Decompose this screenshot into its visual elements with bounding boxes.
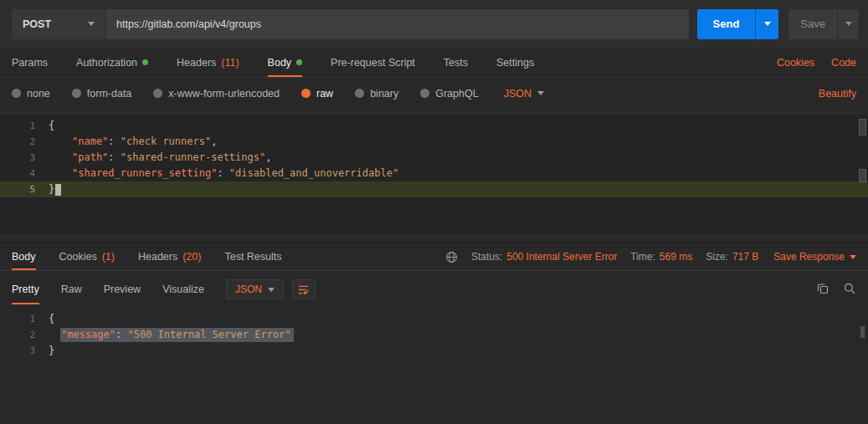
radio-icon [72,89,81,98]
text-cursor [55,184,61,196]
tab-headers[interactable]: Headers(11) [177,48,239,77]
send-button[interactable]: Send [697,9,756,39]
time-value: 569 ms [660,251,692,263]
view-tab-raw[interactable]: Raw [61,274,82,304]
response-tab-cookies[interactable]: Cookies(1) [59,243,115,270]
line-number: 2 [0,134,49,150]
wrap-lines-icon [297,284,310,296]
chevron-down-icon [850,255,856,259]
editor-scrollbar[interactable] [859,117,866,232]
save-button-group: Save [788,9,859,39]
radio-raw[interactable]: raw [301,88,333,100]
chevron-down-icon [845,22,852,26]
code-line: 3 "path": "shared-runner-settings", [0,150,868,166]
url-input[interactable]: https://gitlab.com/api/v4/groups [106,9,689,39]
status-label: Status: [471,251,502,263]
radio-binary[interactable]: binary [355,88,398,100]
line-number: 1 [0,118,49,134]
beautify-link[interactable]: Beautify [819,88,856,100]
save-options-button[interactable] [837,9,859,39]
view-tab-pretty[interactable]: Pretty [12,274,39,304]
tab-authorization[interactable]: Authorization [76,48,148,77]
radio-graphql[interactable]: GraphQL [420,88,478,100]
tab-body[interactable]: Body [268,48,303,77]
size-group: Size: 717 B [706,251,758,263]
radio-icon [355,89,364,98]
green-dot-icon [142,59,148,65]
response-tab-test-results[interactable]: Test Results [224,243,281,270]
send-button-group: Send [697,9,779,39]
method-label: POST [23,18,51,30]
chevron-down-icon [268,288,275,292]
line-number: 1 [0,311,49,327]
line-number: 4 [0,166,49,181]
code-text: "path": "shared-runner-settings", [49,150,271,166]
code-text: { [49,118,54,134]
chevron-down-icon [88,22,95,26]
request-body-editor[interactable]: 1 { 2 "name": "check runners", 3 "path":… [0,113,868,236]
radio-x-www-form-urlencoded[interactable]: x-www-form-urlencoded [153,88,280,100]
response-section: Body Cookies(1) Headers(20) Test Results… [0,243,868,359]
view-tab-preview[interactable]: Preview [104,274,141,304]
code-text: { [49,311,54,327]
wrap-lines-button[interactable] [292,279,316,299]
scrollbar-mark [860,326,865,338]
headers-count-badge: (20) [182,251,201,263]
response-toolbar: Pretty Raw Preview Visualize JSON [0,274,868,304]
response-actions [816,282,856,298]
send-options-button[interactable] [755,9,778,39]
size-value: 717 B [732,251,758,263]
scrollbar-thumb[interactable] [859,119,866,135]
status-badge: 500 Internal Server Error [506,251,617,263]
code-link[interactable]: Code [831,57,856,69]
request-bar: POST https://gitlab.com/api/v4/groups Se… [0,0,868,48]
method-select[interactable]: POST [12,9,106,39]
save-button[interactable]: Save [788,9,837,39]
code-text: "shared_runners_setting": "disabled_and_… [49,166,398,181]
line-number: 2 [0,327,49,343]
response-meta: Status: 500 Internal Server Error Time: … [445,251,856,263]
radio-form-data[interactable]: form-data [72,88,132,100]
code-line: 4 "shared_runners_setting": "disabled_an… [0,166,868,181]
status-group: Status: 500 Internal Server Error [471,251,617,263]
view-tab-visualize[interactable]: Visualize [162,274,204,304]
save-response-button[interactable]: Save Response [773,251,856,263]
code-text: "message": "500 Internal Server Error" [49,327,294,343]
tab-params[interactable]: Params [12,48,48,77]
code-line: 2 "name": "check runners", [0,134,868,150]
response-tab-body[interactable]: Body [12,243,36,270]
response-tab-headers[interactable]: Headers(20) [138,243,201,270]
response-tabs: Body Cookies(1) Headers(20) Test Results… [0,243,868,271]
request-tabs: Params Authorization Headers(11) Body Pr… [0,48,868,78]
method-url-group: POST https://gitlab.com/api/v4/groups [12,9,689,39]
search-icon[interactable] [843,282,856,298]
radio-selected-icon [301,89,311,98]
radio-icon [153,89,162,98]
request-links: Cookies Code [777,57,856,69]
tab-pre-request-script[interactable]: Pre-request Script [331,48,415,77]
code-text: "name": "check runners", [49,134,217,150]
body-type-bar: none form-data x-www-form-urlencoded raw… [0,78,868,109]
radio-none[interactable]: none [12,88,50,100]
code-line: 3 } [0,343,868,359]
copy-icon[interactable] [816,282,829,298]
chevron-down-icon [764,22,771,26]
line-number: 3 [0,150,49,166]
response-body-editor[interactable]: 1 { 2 "message": "500 Internal Server Er… [0,304,868,359]
selected-text: "message": "500 Internal Server Error" [60,328,294,342]
tab-settings[interactable]: Settings [496,48,534,77]
cookies-link[interactable]: Cookies [777,57,814,69]
line-number: 3 [0,343,49,359]
body-language-select[interactable]: JSON [504,88,544,100]
chevron-down-icon [537,91,544,95]
green-dot-icon [296,59,302,65]
radio-icon [12,89,21,98]
code-line: 1 { [0,118,868,134]
response-language-select[interactable]: JSON [226,279,284,299]
network-globe-icon[interactable] [445,251,458,263]
code-line: 2 "message": "500 Internal Server Error" [0,327,868,343]
size-label: Size: [706,251,728,263]
code-text: } [49,343,54,359]
headers-count-badge: (11) [221,57,239,69]
tab-tests[interactable]: Tests [444,48,468,77]
